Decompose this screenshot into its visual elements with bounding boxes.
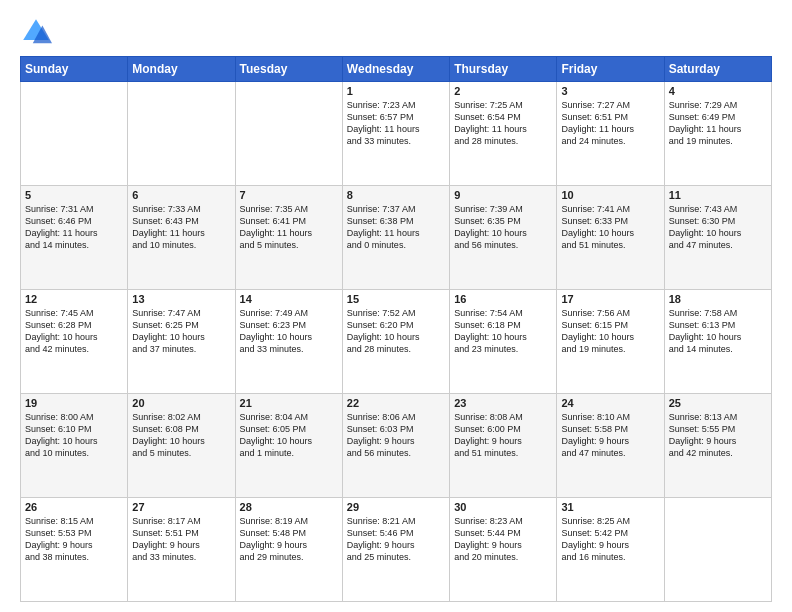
day-number: 29 [347,501,445,513]
calendar-cell: 8Sunrise: 7:37 AM Sunset: 6:38 PM Daylig… [342,186,449,290]
calendar-day-header: Saturday [664,57,771,82]
calendar-cell: 16Sunrise: 7:54 AM Sunset: 6:18 PM Dayli… [450,290,557,394]
calendar-cell: 6Sunrise: 7:33 AM Sunset: 6:43 PM Daylig… [128,186,235,290]
day-number: 8 [347,189,445,201]
cell-content: Sunrise: 7:58 AM Sunset: 6:13 PM Dayligh… [669,307,767,356]
cell-content: Sunrise: 7:47 AM Sunset: 6:25 PM Dayligh… [132,307,230,356]
cell-content: Sunrise: 7:49 AM Sunset: 6:23 PM Dayligh… [240,307,338,356]
calendar-week-row: 5Sunrise: 7:31 AM Sunset: 6:46 PM Daylig… [21,186,772,290]
calendar-cell: 12Sunrise: 7:45 AM Sunset: 6:28 PM Dayli… [21,290,128,394]
cell-content: Sunrise: 8:13 AM Sunset: 5:55 PM Dayligh… [669,411,767,460]
calendar-day-header: Sunday [21,57,128,82]
calendar-week-row: 19Sunrise: 8:00 AM Sunset: 6:10 PM Dayli… [21,394,772,498]
day-number: 24 [561,397,659,409]
calendar-week-row: 12Sunrise: 7:45 AM Sunset: 6:28 PM Dayli… [21,290,772,394]
cell-content: Sunrise: 8:06 AM Sunset: 6:03 PM Dayligh… [347,411,445,460]
day-number: 31 [561,501,659,513]
day-number: 2 [454,85,552,97]
logo-icon [20,16,52,48]
day-number: 14 [240,293,338,305]
day-number: 23 [454,397,552,409]
calendar-cell [664,498,771,602]
cell-content: Sunrise: 8:17 AM Sunset: 5:51 PM Dayligh… [132,515,230,564]
cell-content: Sunrise: 7:25 AM Sunset: 6:54 PM Dayligh… [454,99,552,148]
day-number: 30 [454,501,552,513]
calendar-cell: 25Sunrise: 8:13 AM Sunset: 5:55 PM Dayli… [664,394,771,498]
calendar-day-header: Tuesday [235,57,342,82]
cell-content: Sunrise: 8:15 AM Sunset: 5:53 PM Dayligh… [25,515,123,564]
calendar-cell: 21Sunrise: 8:04 AM Sunset: 6:05 PM Dayli… [235,394,342,498]
day-number: 1 [347,85,445,97]
day-number: 6 [132,189,230,201]
calendar-cell: 29Sunrise: 8:21 AM Sunset: 5:46 PM Dayli… [342,498,449,602]
calendar-cell: 27Sunrise: 8:17 AM Sunset: 5:51 PM Dayli… [128,498,235,602]
cell-content: Sunrise: 7:29 AM Sunset: 6:49 PM Dayligh… [669,99,767,148]
day-number: 16 [454,293,552,305]
calendar-cell: 18Sunrise: 7:58 AM Sunset: 6:13 PM Dayli… [664,290,771,394]
cell-content: Sunrise: 7:45 AM Sunset: 6:28 PM Dayligh… [25,307,123,356]
calendar-day-header: Wednesday [342,57,449,82]
calendar-cell: 19Sunrise: 8:00 AM Sunset: 6:10 PM Dayli… [21,394,128,498]
day-number: 15 [347,293,445,305]
header [20,16,772,48]
calendar-day-header: Monday [128,57,235,82]
calendar-cell: 28Sunrise: 8:19 AM Sunset: 5:48 PM Dayli… [235,498,342,602]
calendar-cell: 26Sunrise: 8:15 AM Sunset: 5:53 PM Dayli… [21,498,128,602]
calendar-cell: 3Sunrise: 7:27 AM Sunset: 6:51 PM Daylig… [557,82,664,186]
day-number: 12 [25,293,123,305]
cell-content: Sunrise: 7:23 AM Sunset: 6:57 PM Dayligh… [347,99,445,148]
logo [20,16,58,48]
day-number: 18 [669,293,767,305]
cell-content: Sunrise: 8:21 AM Sunset: 5:46 PM Dayligh… [347,515,445,564]
day-number: 3 [561,85,659,97]
calendar-cell: 13Sunrise: 7:47 AM Sunset: 6:25 PM Dayli… [128,290,235,394]
cell-content: Sunrise: 8:00 AM Sunset: 6:10 PM Dayligh… [25,411,123,460]
calendar-day-header: Friday [557,57,664,82]
calendar-cell: 23Sunrise: 8:08 AM Sunset: 6:00 PM Dayli… [450,394,557,498]
calendar-header-row: SundayMondayTuesdayWednesdayThursdayFrid… [21,57,772,82]
day-number: 19 [25,397,123,409]
calendar-cell: 20Sunrise: 8:02 AM Sunset: 6:08 PM Dayli… [128,394,235,498]
cell-content: Sunrise: 8:10 AM Sunset: 5:58 PM Dayligh… [561,411,659,460]
day-number: 17 [561,293,659,305]
cell-content: Sunrise: 8:02 AM Sunset: 6:08 PM Dayligh… [132,411,230,460]
calendar: SundayMondayTuesdayWednesdayThursdayFrid… [20,56,772,602]
day-number: 11 [669,189,767,201]
cell-content: Sunrise: 7:35 AM Sunset: 6:41 PM Dayligh… [240,203,338,252]
calendar-cell: 1Sunrise: 7:23 AM Sunset: 6:57 PM Daylig… [342,82,449,186]
day-number: 4 [669,85,767,97]
day-number: 20 [132,397,230,409]
calendar-cell [21,82,128,186]
day-number: 26 [25,501,123,513]
calendar-week-row: 1Sunrise: 7:23 AM Sunset: 6:57 PM Daylig… [21,82,772,186]
cell-content: Sunrise: 8:19 AM Sunset: 5:48 PM Dayligh… [240,515,338,564]
day-number: 22 [347,397,445,409]
cell-content: Sunrise: 7:54 AM Sunset: 6:18 PM Dayligh… [454,307,552,356]
calendar-day-header: Thursday [450,57,557,82]
day-number: 7 [240,189,338,201]
calendar-cell [128,82,235,186]
calendar-cell: 2Sunrise: 7:25 AM Sunset: 6:54 PM Daylig… [450,82,557,186]
day-number: 28 [240,501,338,513]
day-number: 13 [132,293,230,305]
calendar-cell [235,82,342,186]
calendar-cell: 22Sunrise: 8:06 AM Sunset: 6:03 PM Dayli… [342,394,449,498]
day-number: 27 [132,501,230,513]
cell-content: Sunrise: 7:52 AM Sunset: 6:20 PM Dayligh… [347,307,445,356]
cell-content: Sunrise: 8:25 AM Sunset: 5:42 PM Dayligh… [561,515,659,564]
calendar-cell: 24Sunrise: 8:10 AM Sunset: 5:58 PM Dayli… [557,394,664,498]
cell-content: Sunrise: 7:39 AM Sunset: 6:35 PM Dayligh… [454,203,552,252]
cell-content: Sunrise: 7:41 AM Sunset: 6:33 PM Dayligh… [561,203,659,252]
calendar-cell: 5Sunrise: 7:31 AM Sunset: 6:46 PM Daylig… [21,186,128,290]
day-number: 9 [454,189,552,201]
cell-content: Sunrise: 7:43 AM Sunset: 6:30 PM Dayligh… [669,203,767,252]
calendar-cell: 9Sunrise: 7:39 AM Sunset: 6:35 PM Daylig… [450,186,557,290]
day-number: 5 [25,189,123,201]
cell-content: Sunrise: 8:04 AM Sunset: 6:05 PM Dayligh… [240,411,338,460]
cell-content: Sunrise: 7:56 AM Sunset: 6:15 PM Dayligh… [561,307,659,356]
cell-content: Sunrise: 7:27 AM Sunset: 6:51 PM Dayligh… [561,99,659,148]
cell-content: Sunrise: 7:37 AM Sunset: 6:38 PM Dayligh… [347,203,445,252]
calendar-cell: 17Sunrise: 7:56 AM Sunset: 6:15 PM Dayli… [557,290,664,394]
calendar-cell: 15Sunrise: 7:52 AM Sunset: 6:20 PM Dayli… [342,290,449,394]
calendar-cell: 30Sunrise: 8:23 AM Sunset: 5:44 PM Dayli… [450,498,557,602]
